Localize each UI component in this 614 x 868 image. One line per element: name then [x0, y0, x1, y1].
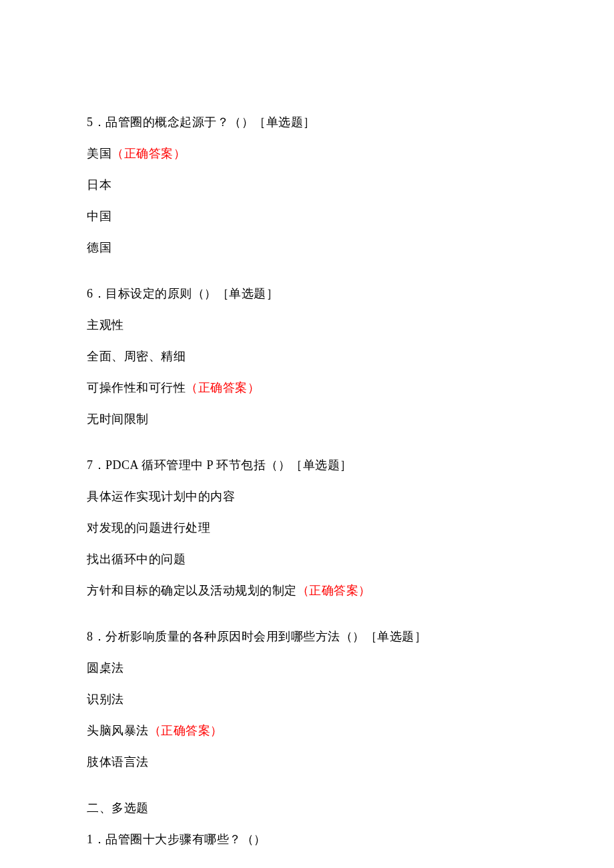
option-text: 头脑风暴法 — [87, 724, 149, 737]
section-title: 二、多选题 — [87, 799, 527, 817]
option-text: 美国 — [87, 147, 111, 160]
question-number: 7 — [87, 458, 93, 472]
correct-answer-label: （正确答案） — [111, 147, 186, 160]
question-number: 6 — [87, 287, 93, 300]
question-title: 1．品管圈十大步骤有哪些？（） — [87, 831, 527, 849]
option: 方针和目标的确定以及活动规划的制定（正确答案） — [87, 582, 527, 600]
question-number: 5 — [87, 115, 93, 129]
correct-answer-label: （正确答案） — [297, 584, 371, 597]
option-text: 无时间限制 — [87, 412, 149, 426]
option: 对发现的问题进行处理 — [87, 519, 527, 537]
question-text: ．目标设定的原则（）［单选题］ — [93, 287, 279, 300]
question-text: ．品管圈的概念起源于？（）［单选题］ — [93, 115, 316, 129]
option-text: 具体运作实现计划中的内容 — [87, 490, 235, 503]
option-text: 方针和目标的确定以及活动规划的制定 — [87, 584, 297, 597]
option-text: 圆桌法 — [87, 661, 124, 675]
option: 德国 — [87, 239, 527, 257]
question-title: 7．PDCA 循环管理中 P 环节包括（）［单选题］ — [87, 456, 527, 474]
question-title: 6．目标设定的原则（）［单选题］ — [87, 285, 527, 303]
question-block: 7．PDCA 循环管理中 P 环节包括（）［单选题］具体运作实现计划中的内容对发… — [87, 456, 527, 600]
option-text: 中国 — [87, 209, 111, 223]
option-text: 肢体语言法 — [87, 755, 149, 769]
option-text: 可操作性和可行性 — [87, 381, 186, 394]
option: 圆桌法 — [87, 659, 527, 677]
option: 找出循环中的问题 — [87, 550, 527, 568]
option: 全面、周密、精细 — [87, 348, 527, 366]
question-text: ．分析影响质量的各种原因时会用到哪些方法（）［单选题］ — [93, 630, 427, 643]
question-number: 1 — [87, 833, 93, 846]
option-text: 全面、周密、精细 — [87, 350, 186, 363]
question-number: 8 — [87, 630, 93, 643]
option-text: 日本 — [87, 178, 111, 191]
question-block: 5．品管圈的概念起源于？（）［单选题］美国（正确答案）日本中国德国 — [87, 113, 527, 257]
option: 美国（正确答案） — [87, 145, 527, 163]
option: 肢体语言法 — [87, 753, 527, 771]
question-block: 6．目标设定的原则（）［单选题］主观性全面、周密、精细可操作性和可行性（正确答案… — [87, 285, 527, 428]
option: 具体运作实现计划中的内容 — [87, 488, 527, 506]
correct-answer-label: （正确答案） — [186, 381, 260, 394]
question-block: 8．分析影响质量的各种原因时会用到哪些方法（）［单选题］圆桌法识别法头脑风暴法（… — [87, 628, 527, 771]
question-title: 5．品管圈的概念起源于？（）［单选题］ — [87, 113, 527, 131]
option: 日本 — [87, 176, 527, 194]
correct-answer-label: （正确答案） — [149, 724, 223, 737]
option-text: 识别法 — [87, 693, 124, 706]
question-text: ．PDCA 循环管理中 P 环节包括（）［单选题］ — [93, 458, 352, 472]
option: 主观性 — [87, 316, 527, 334]
question-title: 8．分析影响质量的各种原因时会用到哪些方法（）［单选题］ — [87, 628, 527, 646]
option: 可操作性和可行性（正确答案） — [87, 379, 527, 397]
option-text: 德国 — [87, 241, 111, 254]
option: 识别法 — [87, 691, 527, 709]
option-text: 找出循环中的问题 — [87, 552, 186, 566]
option: 头脑风暴法（正确答案） — [87, 722, 527, 740]
question-block: 1．品管圈十大步骤有哪些？（） — [87, 831, 527, 849]
option-text: 主观性 — [87, 318, 124, 332]
option-text: 对发现的问题进行处理 — [87, 521, 210, 534]
option: 中国 — [87, 207, 527, 226]
option: 无时间限制 — [87, 410, 527, 428]
question-text: ．品管圈十大步骤有哪些？（） — [93, 833, 266, 846]
